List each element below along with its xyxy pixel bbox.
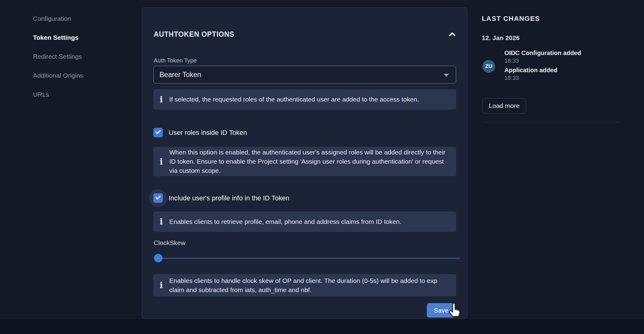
checkbox-row-profile-info: Include user's profile info in the ID To…: [153, 193, 289, 203]
info-text: When this option is enabled, the authent…: [169, 148, 449, 175]
changes-date: 12. Jan 2026: [482, 34, 520, 42]
chevron-up-icon: [448, 34, 457, 39]
event-title: OIDC Configuration added: [504, 49, 581, 57]
user-roles-checkbox[interactable]: [153, 128, 163, 137]
auth-token-type-label: Auth Token Type: [154, 57, 197, 64]
caret-down-icon: [444, 74, 449, 77]
sidebar-item-token-settings[interactable]: Token Settings: [33, 34, 83, 42]
info-box-access-token: i If selected, the requested roles of th…: [153, 89, 456, 109]
info-text: If selected, the requested roles of the …: [169, 95, 419, 104]
slider-thumb[interactable]: [154, 254, 163, 262]
info-box-clockskew: i Enables clients to handle clock skew o…: [153, 274, 456, 296]
auth-token-type-select[interactable]: Bearer Token: [153, 66, 456, 84]
last-changes-title: LAST CHANGES: [482, 15, 540, 23]
settings-sidebar: Configuration Token Settings Redirect Se…: [33, 15, 83, 98]
sidebar-item-redirect-settings[interactable]: Redirect Settings: [33, 53, 83, 61]
page-bottom-strip: [0, 319, 644, 334]
info-icon: i: [160, 157, 163, 166]
slider-track[interactable]: [153, 258, 460, 259]
change-event[interactable]: Application added 18:33: [504, 66, 557, 81]
info-box-id-token-roles: i When this option is enabled, the authe…: [153, 147, 456, 176]
sidebar-item-additional-origins[interactable]: Additional Origins: [33, 72, 83, 80]
clockskew-label: ClockSkew: [154, 239, 185, 247]
info-icon: i: [160, 280, 163, 290]
check-icon: [155, 128, 162, 137]
sidebar-item-urls[interactable]: URLs: [33, 91, 83, 98]
card-title: AUTHTOKEN OPTIONS: [154, 30, 234, 39]
info-icon: i: [160, 217, 163, 226]
profile-info-checkbox[interactable]: [153, 193, 163, 203]
sidebar-item-configuration[interactable]: Configuration: [33, 15, 83, 23]
collapse-section-button[interactable]: [448, 30, 457, 38]
load-more-button[interactable]: Load more: [482, 98, 526, 113]
clockskew-slider[interactable]: [153, 253, 460, 263]
auth-token-type-value: Bearer Token: [154, 71, 201, 79]
check-icon: [155, 194, 162, 202]
user-roles-checkbox-label: User roles inside ID Token: [169, 129, 247, 137]
checkbox-row-user-roles: User roles inside ID Token: [153, 128, 247, 137]
info-box-profile-claims: i Enables clients to retrieve profile, e…: [153, 211, 456, 232]
info-icon: i: [160, 95, 163, 104]
info-text: Enables clients to handle clock skew of …: [169, 276, 449, 295]
panel-divider: [482, 122, 620, 122]
save-button[interactable]: Save: [427, 303, 456, 317]
authtoken-options-card: AUTHTOKEN OPTIONS Auth Token Type Bearer…: [142, 7, 467, 319]
event-time: 18:33: [504, 75, 557, 81]
event-time: 18:33: [504, 58, 581, 64]
info-text: Enables clients to retrieve profile, ema…: [169, 217, 401, 226]
event-title: Application added: [504, 66, 557, 74]
change-event[interactable]: OIDC Configuration added 18:33: [504, 49, 581, 64]
profile-info-checkbox-label: Include user's profile info in the ID To…: [169, 194, 289, 202]
avatar: ZU: [482, 60, 495, 73]
